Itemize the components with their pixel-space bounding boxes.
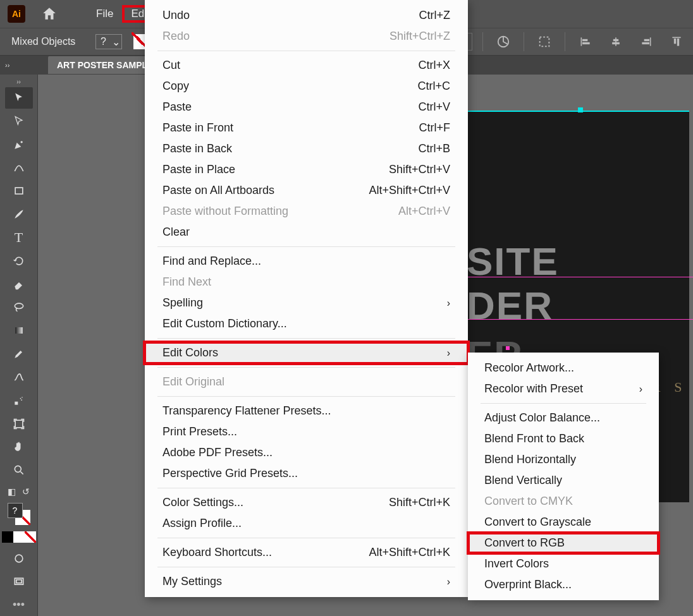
- menu-item-shortcut: Ctrl+B: [418, 142, 450, 155]
- menu-item-paste-on-all-artboards[interactable]: Paste on All ArtboardsAlt+Shift+Ctrl+V: [145, 180, 468, 201]
- menu-item-color-settings[interactable]: Color Settings...Shift+Ctrl+K: [145, 492, 468, 513]
- transform-icon[interactable]: [534, 32, 555, 52]
- menu-item-transparency-flattener-presets[interactable]: Transparency Flattener Presets...: [145, 401, 468, 421]
- canvas-text[interactable]: DER: [467, 283, 553, 328]
- menu-item-paste[interactable]: PasteCtrl+V: [145, 97, 468, 118]
- align-right-icon[interactable]: [636, 32, 656, 52]
- menu-item-label: Invert Colors: [484, 557, 549, 571]
- menu-item-edit-colors[interactable]: Edit Colors›: [145, 342, 468, 363]
- submenu-item-recolor-with-preset[interactable]: Recolor with Preset›: [468, 378, 659, 399]
- svg-rect-11: [672, 37, 680, 39]
- eyedropper-tool[interactable]: [5, 343, 33, 365]
- expand-panels-icon[interactable]: ››: [5, 61, 16, 69]
- menu-item-paste-in-place[interactable]: Paste in PlaceShift+Ctrl+V: [145, 159, 468, 180]
- svg-point-14: [20, 141, 22, 143]
- menu-item-keyboard-shortcuts[interactable]: Keyboard Shortcuts...Alt+Shift+Ctrl+K: [145, 542, 468, 563]
- control-bar-right: % ›: [432, 28, 693, 56]
- eraser-tool[interactable]: [5, 273, 33, 295]
- document-tab[interactable]: ART POSTER SAMPL: [48, 56, 156, 74]
- draw-mode-icon[interactable]: [5, 548, 33, 570]
- submenu-item-adjust-color-balance[interactable]: Adjust Color Balance...: [468, 408, 659, 428]
- edit-menu-dropdown: UndoCtrl+ZRedoShift+Ctrl+ZCutCtrl+XCopyC…: [145, 0, 468, 597]
- menu-item-label: Convert to Grayscale: [484, 516, 591, 529]
- zoom-tool[interactable]: [5, 459, 33, 481]
- recolor-wheel-icon[interactable]: [493, 32, 513, 52]
- fill-stroke-swap-icon[interactable]: ↺: [22, 486, 30, 497]
- menu-item-cut[interactable]: CutCtrl+X: [145, 55, 468, 76]
- fill-dropdown[interactable]: ? ⌄: [95, 34, 122, 49]
- menu-item-label: Paste: [163, 100, 192, 114]
- menu-item-label: Color Settings...: [163, 496, 243, 509]
- menu-item-print-presets[interactable]: Print Presets...: [145, 421, 468, 442]
- menu-file[interactable]: File: [87, 5, 122, 23]
- submenu-item-overprint-black[interactable]: Overprint Black...: [468, 574, 659, 595]
- menu-item-label: Redo: [163, 30, 190, 43]
- menu-item-adobe-pdf-presets[interactable]: Adobe PDF Presets...: [145, 442, 468, 463]
- hand-tool[interactable]: [5, 436, 33, 458]
- menu-item-label: Paste in Front: [163, 121, 233, 135]
- screen-mode-icon[interactable]: [5, 571, 33, 593]
- menu-item-label: Edit Colors: [163, 346, 218, 359]
- submenu-item-blend-vertically[interactable]: Blend Vertically: [468, 470, 659, 491]
- chevron-down-icon: ⌄: [110, 35, 121, 49]
- rectangle-tool[interactable]: [5, 180, 33, 202]
- canvas-text[interactable]: SITE: [467, 239, 559, 284]
- menu-item-perspective-grid-presets[interactable]: Perspective Grid Presets...: [145, 463, 468, 484]
- menu-item-label: Adobe PDF Presets...: [163, 446, 273, 459]
- menu-item-edit-custom-dictionary[interactable]: Edit Custom Dictionary...: [145, 313, 468, 334]
- direct-selection-tool[interactable]: [5, 110, 33, 132]
- fill-stroke-default-icon[interactable]: ◧: [8, 486, 16, 497]
- menu-item-my-settings[interactable]: My Settings›: [145, 571, 468, 592]
- selection-tool[interactable]: [5, 87, 33, 109]
- menu-item-shortcut: Ctrl+Z: [419, 9, 451, 22]
- submenu-item-invert-colors[interactable]: Invert Colors: [468, 553, 659, 574]
- submenu-item-blend-front-to-back[interactable]: Blend Front to Back: [468, 428, 659, 449]
- color-mode-gradient[interactable]: [13, 531, 25, 543]
- rotate-tool[interactable]: [5, 250, 33, 272]
- blend-tool[interactable]: [5, 366, 33, 389]
- svg-rect-2: [581, 37, 582, 45]
- submenu-item-convert-to-rgb[interactable]: Convert to RGB: [468, 533, 659, 553]
- expand-tools-icon[interactable]: ››: [0, 78, 37, 86]
- align-top-icon[interactable]: [666, 32, 687, 52]
- lasso-tool[interactable]: [5, 296, 33, 318]
- symbol-sprayer-tool[interactable]: [5, 389, 33, 411]
- submenu-item-recolor-artwork[interactable]: Recolor Artwork...: [468, 358, 659, 378]
- gradient-tool[interactable]: [5, 320, 33, 342]
- submenu-item-convert-to-grayscale[interactable]: Convert to Grayscale: [468, 512, 659, 533]
- selection-type-label: Mixed Objects: [11, 36, 75, 47]
- menu-item-paste-in-back[interactable]: Paste in BackCtrl+B: [145, 138, 468, 159]
- menu-item-label: Assign Profile...: [163, 517, 242, 530]
- menu-item-label: Perspective Grid Presets...: [163, 467, 298, 480]
- fill-stroke-control[interactable]: ?: [8, 503, 30, 525]
- svg-rect-8: [650, 37, 651, 45]
- color-mode-none[interactable]: [25, 531, 36, 543]
- svg-rect-6: [613, 39, 618, 41]
- menu-item-spelling[interactable]: Spelling›: [145, 293, 468, 313]
- curvature-tool[interactable]: [5, 157, 33, 179]
- align-left-icon[interactable]: [575, 32, 596, 52]
- submenu-item-blend-horizontally[interactable]: Blend Horizontally: [468, 449, 659, 470]
- menu-item-label: Blend Front to Back: [484, 432, 584, 445]
- menu-item-paste-in-front[interactable]: Paste in FrontCtrl+F: [145, 118, 468, 138]
- edit-toolbar-icon[interactable]: •••: [5, 594, 33, 616]
- home-icon[interactable]: [37, 1, 62, 27]
- pen-tool[interactable]: [5, 133, 33, 155]
- question-icon: ?: [96, 35, 110, 49]
- menu-item-copy[interactable]: CopyCtrl+C: [145, 76, 468, 97]
- svg-rect-10: [642, 42, 649, 44]
- artboard-tool[interactable]: [5, 413, 33, 435]
- menu-item-label: Blend Horizontally: [484, 453, 576, 466]
- menu-item-assign-profile[interactable]: Assign Profile...: [145, 513, 468, 534]
- paintbrush-tool[interactable]: [5, 203, 33, 226]
- color-mode-solid[interactable]: [2, 531, 13, 543]
- menu-separator: [157, 567, 455, 567]
- menu-item-find-and-replace[interactable]: Find and Replace...: [145, 251, 468, 272]
- align-center-icon[interactable]: [606, 32, 626, 52]
- fill-swatch-icon[interactable]: ?: [8, 503, 23, 518]
- menu-item-undo[interactable]: UndoCtrl+Z: [145, 5, 468, 26]
- menu-item-clear[interactable]: Clear: [145, 222, 468, 243]
- menu-item-find-next: Find Next: [145, 272, 468, 293]
- chevron-right-icon: ›: [639, 383, 642, 395]
- type-tool[interactable]: T: [5, 227, 33, 249]
